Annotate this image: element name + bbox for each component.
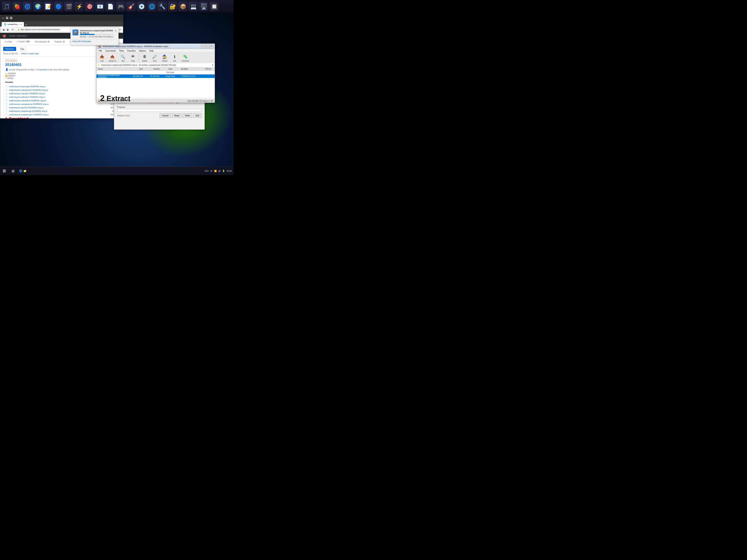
task-search-button[interactable]: ▦ — [8, 167, 18, 175]
dock-icon-17[interactable]: 🔐 — [168, 2, 178, 11]
asset-raspberrypi[interactable]: 📄 motioneyeos-raspberrypi-20180401.img.x… — [5, 109, 118, 113]
release-date-text: ccrisan released this on Apr 1 — [9, 69, 35, 71]
step2-text: Extract — [104, 95, 130, 102]
asset-name: motioneyeos-odroidc2-20180401.img.xz — [9, 96, 45, 98]
dock-icon-5[interactable]: 📝 — [43, 2, 53, 11]
taskbar-browser-icon[interactable]: 🌐 — [19, 169, 22, 172]
winrar-toolbar: 📥 Add 📤 Extract To 🔍 Test 👁 View 🗑 Delet… — [97, 53, 215, 63]
dock-icon-6[interactable]: 🔵 — [54, 2, 63, 11]
dock-icon-12[interactable]: 🎮 — [116, 2, 126, 11]
show-all-downloads-link[interactable]: Show All Downloads — [73, 39, 117, 43]
dock-icon-11[interactable]: 📄 — [106, 2, 115, 11]
dock-icon-13[interactable]: 🎸 — [126, 2, 136, 11]
file-icon: 📄 — [5, 106, 8, 109]
file-list-header: Name Size Packed Type Modified CRC32 — [97, 68, 215, 71]
browser-maximize-button[interactable]: □ — [10, 17, 12, 19]
menu-icon[interactable]: ≡ — [119, 28, 122, 31]
show-newer-tags[interactable]: Show 2 newer tags — [22, 52, 39, 55]
toolbar-find-button[interactable]: 🔎 Find — [150, 53, 159, 62]
back-button[interactable]: ◀ — [2, 28, 5, 31]
dock-icon-10[interactable]: 📧 — [95, 2, 105, 11]
menu-file[interactable]: File — [97, 49, 104, 52]
parent-folder-name: .. — [97, 72, 128, 74]
menu-tools[interactable]: Tools — [118, 49, 125, 52]
browser-close-button[interactable]: ✕ — [2, 17, 4, 19]
extract-label: Extract To — [109, 60, 116, 62]
start-button[interactable]: ⊞ — [0, 167, 8, 175]
dock-icon-19[interactable]: 💻 — [188, 2, 198, 11]
ssd-label: SSD — [205, 170, 209, 172]
browser-tab-active[interactable]: 🌐 ccrisan/mo... ✕ — [2, 22, 24, 26]
menu-commands[interactable]: Commands — [104, 49, 117, 52]
dock-icon-15[interactable]: 🌐 — [147, 2, 157, 11]
menu-options[interactable]: Options — [137, 49, 148, 52]
winrar-file-list: Name Size Packed Type Modified CRC32 .. … — [97, 68, 215, 98]
dock-icon-20[interactable]: 🖥️ — [199, 2, 209, 11]
issues-badge: 206 — [25, 41, 30, 43]
dock-icon-8[interactable]: ⚡ — [75, 2, 84, 11]
toolbar-add-button[interactable]: 📥 Add — [97, 53, 106, 62]
add-label: Add — [100, 60, 103, 62]
file-row-image[interactable]: motioneyeos-raspberrypi3-20180401.i... 2… — [97, 75, 215, 78]
download-close-button[interactable]: × — [115, 29, 117, 32]
dock-icon-18[interactable]: 📦 — [178, 2, 188, 11]
dock-icon-14[interactable]: 💿 — [137, 2, 146, 11]
dock-icon-16[interactable]: 🔧 — [157, 2, 167, 11]
toolbar-wizard-button[interactable]: 🧙 Wizard — [160, 53, 169, 62]
toolbar-delete-button[interactable]: 🗑 Delete — [140, 53, 149, 62]
releases-button[interactable]: Releases — [3, 47, 16, 51]
tab-issues[interactable]: ⚠ Issues 206 — [15, 39, 32, 44]
reload-button[interactable]: ↻ — [11, 28, 15, 31]
dock-icon-4[interactable]: 🌍 — [33, 2, 43, 11]
col-type: Type — [161, 68, 180, 70]
dock-icon-21[interactable]: 🔲 — [209, 2, 219, 11]
taskbar-folder-icon[interactable]: 📁 — [23, 169, 26, 172]
menu-help[interactable]: Help — [148, 49, 155, 52]
tab-code[interactable]: <> Code — [2, 39, 14, 44]
tab-close-icon[interactable]: ✕ — [20, 23, 22, 25]
path-dropdown[interactable]: ▼ — [212, 64, 214, 66]
lock-icon: 🔒 — [18, 28, 20, 31]
download-info: motioneyeos-raspberrypi3-20180401.img.xz… — [80, 29, 113, 38]
browser-minimize-button[interactable]: — — [6, 17, 8, 19]
file-icon: 📄 — [5, 92, 8, 95]
release-avatar: 👤 — [5, 68, 8, 71]
tags-button[interactable]: Tags — [18, 47, 27, 51]
toolbar-virusscan-button[interactable]: 🦠 VirusScan — [180, 53, 191, 62]
tab-pull-requests[interactable]: Pull requests 0 — [33, 39, 52, 44]
new-tab-button[interactable]: + — [24, 23, 28, 26]
winrar-maximize-button[interactable]: □ — [205, 45, 209, 48]
file-icon: 📄 — [5, 96, 8, 98]
write-button[interactable]: Write — [183, 113, 192, 118]
cancel-button[interactable]: Cancel — [160, 113, 171, 118]
toolbar-test-button[interactable]: 🔍 Test — [119, 53, 128, 62]
file-row-parent[interactable]: .. File folder — [97, 71, 215, 75]
asset-pine64[interactable]: 📄 motioneyeos-pine64-20180401.img.xz 39.… — [5, 106, 118, 109]
toolbar-view-button[interactable]: 👁 View — [128, 53, 138, 62]
asset-raspberrypi2[interactable]: 📄 motioneyeos-raspberrypi2-20180401.img.… — [5, 113, 118, 116]
pr-label: Pull requests — [35, 41, 47, 43]
path-text: motioneyeos-raspberrypi3-20180401.img.xz… — [101, 64, 176, 66]
winrar-minimize-button[interactable]: — — [201, 45, 205, 48]
tab-projects[interactable]: Projects 0 — [53, 39, 67, 44]
winrar-title-text: motioneyeos-raspberrypi3-20180401.img.xz… — [103, 45, 200, 47]
dock-icon-3[interactable]: 🌀 — [23, 2, 32, 11]
path-icon: 📁 — [98, 64, 100, 66]
find-icon: 🔎 — [152, 54, 158, 60]
dock-icon-7[interactable]: 🎬 — [64, 2, 74, 11]
browser-tabs: 🌐 ccrisan/mo... ✕ + — [0, 21, 123, 26]
read-button[interactable]: Read — [172, 113, 182, 118]
commits-link[interactable]: 8 commits — [37, 69, 47, 71]
forward-button[interactable]: ▶ — [6, 28, 10, 31]
exit-button[interactable]: Exit — [194, 113, 202, 118]
dock-icon-1[interactable]: 🎵 — [2, 2, 11, 11]
volume-icon: 🔊 — [218, 170, 221, 172]
dock-icon-2[interactable]: 🍓 — [12, 2, 22, 11]
asset-name: motioneyeos-pine64-20180401.img.xz — [9, 106, 44, 109]
dots-menu[interactable]: ··· — [19, 52, 20, 55]
winrar-close-button[interactable]: ✕ — [209, 45, 213, 48]
toolbar-extract-button[interactable]: 📤 Extract To — [107, 53, 118, 62]
toolbar-info-button[interactable]: ℹ Info — [170, 53, 179, 62]
menu-favorites[interactable]: Favorites — [126, 49, 137, 52]
dock-icon-9[interactable]: 🎯 — [85, 2, 95, 11]
